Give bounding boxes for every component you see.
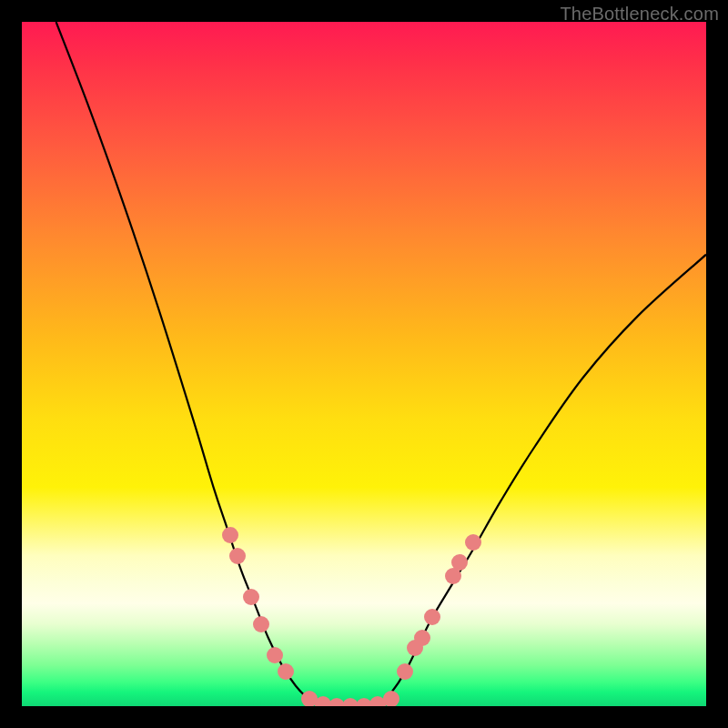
data-marker [267, 647, 283, 663]
data-marker [278, 663, 294, 680]
data-marker [465, 534, 481, 551]
data-marker [229, 548, 246, 564]
data-marker [451, 554, 468, 571]
plot-area [22, 22, 706, 706]
chart-stage: TheBottleneck.com [0, 0, 728, 728]
data-marker [253, 616, 269, 632]
data-marker [243, 589, 259, 605]
data-marker [397, 663, 413, 680]
data-marker [383, 691, 399, 706]
data-marker [414, 630, 430, 646]
watermark-text: TheBottleneck.com [560, 4, 719, 25]
data-marker [222, 527, 238, 543]
data-marker [424, 609, 440, 625]
curve-markers [22, 22, 706, 706]
